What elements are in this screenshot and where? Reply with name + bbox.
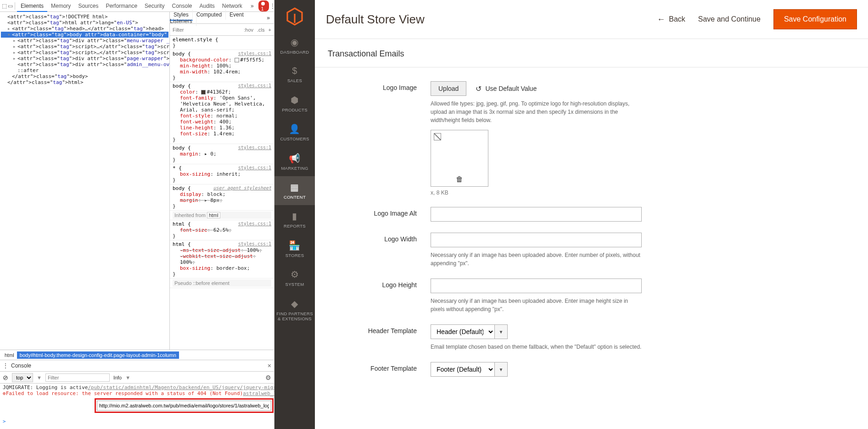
console-settings-icon[interactable]: ⚙ [265,374,271,381]
nav-icon: ▮ [276,211,313,222]
header-template-hint: Email template chosen based on theme fal… [431,343,642,351]
label-logo-width: Logo Width [328,233,431,267]
sidebar-item-dashboard[interactable]: ◉DASHBOARD [274,31,315,60]
sidebar-item-reports[interactable]: ▮REPORTS [274,205,315,234]
save-continue-button[interactable]: Save and Continue [698,15,761,23]
logo-alt-input[interactable] [431,207,642,222]
use-default-value[interactable]: ↺ Use Default Value [476,84,537,93]
label-footer-template: Footer Template [328,362,431,377]
devtools-tab-performance[interactable]: Performance [102,1,141,11]
logo-width-input[interactable] [431,233,642,247]
dom-line[interactable]: ▸<attr">class="tag">script>…</attr">clas… [1,44,168,50]
console-close-icon[interactable]: × [268,362,271,369]
dom-line[interactable]: ::after [1,67,168,73]
chevron-down-icon: ▼ [495,324,508,339]
nav-icon: ▦ [276,182,313,193]
sidebar-item-customers[interactable]: 👤CUSTOMERS [274,118,315,147]
devtools-tab-memory[interactable]: Memory [47,1,74,11]
label-logo-height: Logo Height [328,279,431,313]
console-drawer-label: Console [11,362,31,369]
devtools-tab-elements[interactable]: Elements [17,1,47,12]
magento-logo-icon[interactable] [286,7,304,26]
console-level-label[interactable]: Info [113,375,122,380]
css-rule[interactable]: styles.css:1* {box-sizing: inherit;} [170,164,274,184]
dom-line[interactable]: ▸<attr">class="tag">script>…</attr">clas… [1,50,168,56]
dom-line[interactable]: <attr">class="tag">!DOCTYPE html> [1,14,168,20]
console-context-select[interactable]: top [12,373,33,382]
dom-line[interactable]: ▸<attr">class="tag">head>…</attr">class=… [1,26,168,32]
devtools-tab-sources[interactable]: Sources [74,1,102,11]
dom-tree[interactable]: <attr">class="tag">!DOCTYPE html><attr">… [0,12,170,350]
upload-button[interactable]: Upload [431,81,466,96]
css-rule[interactable]: Inherited from html [170,211,274,220]
logo-height-hint: Necessary only if an image has been uplo… [431,297,642,313]
nav-icon: ◉ [276,37,313,48]
sidebar-item-stores[interactable]: 🏪STORES [274,234,315,263]
dom-line[interactable]: ▸<attr">class="tag">div attr">class="pag… [1,56,168,61]
header-template-select[interactable]: Header (Default) [431,324,495,339]
dom-line[interactable]: </attr">class="tag">html> [1,79,168,85]
label-header-template: Header Template [328,324,431,351]
page-title: Default Store View [326,12,425,27]
styles-panel: StylesComputedEvent Listeners » :hov .cl… [170,12,274,350]
breadcrumb-body[interactable]: body#html-body.theme-design-config-edit.… [17,351,179,359]
console-menu-icon[interactable]: ⋮ [3,362,8,369]
dom-line[interactable]: ▸<attr">class="tag">div attr">class="men… [1,38,168,44]
devtools-tab-security[interactable]: Security [141,1,168,11]
css-rule[interactable]: user agent stylesheetbody {display: bloc… [170,184,274,211]
console-prompt[interactable]: > [3,418,271,424]
inspect-icon[interactable]: ⬚ [2,1,7,11]
main-content: Default Store View ← Back Save and Conti… [315,0,868,429]
nav-icon: ◆ [276,298,313,309]
undo-icon: ↺ [476,84,482,93]
back-button[interactable]: ← Back [657,15,685,24]
css-rule[interactable]: styles.css:1body {background-color: #f5f… [170,50,274,82]
footer-template-select[interactable]: Footer (Default) [431,362,495,377]
error-count-badge[interactable]: 1 [258,0,269,11]
url-highlight-annotation [95,398,274,413]
sidebar-item-content[interactable]: ▦CONTENT [274,176,315,205]
device-icon[interactable]: ▭ [8,1,13,11]
styles-tabs-more[interactable]: » [263,13,274,23]
dom-line[interactable]: <attr">class="tag">html attr">lang="en-U… [1,20,168,26]
nav-icon: 👤 [276,123,313,134]
dom-line[interactable]: <attr">class="tag">div attr">class="admi… [1,61,168,67]
breadcrumb-html[interactable]: html [2,351,17,359]
label-logo-alt: Logo Image Alt [328,207,431,222]
sidebar-item-system[interactable]: ⚙SYSTEM [274,263,315,292]
logo-image-hint: Allowed file types: jpg, jpeg, gif, png.… [431,100,642,124]
hov-toggle[interactable]: :hov [244,27,253,33]
dom-breadcrumb: html body#html-body.theme-design-config-… [0,350,274,360]
section-transactional-emails[interactable]: Transactional Emails [315,39,868,67]
broken-image-icon [434,133,441,140]
dom-line[interactable]: </attr">class="tag">body> [1,73,168,79]
logo-image-preview: 🗑 [431,130,488,187]
styles-tab-computed[interactable]: Computed [193,10,226,20]
nav-icon: 🏪 [276,240,313,251]
logo-height-input[interactable] [431,279,642,293]
logo-url-field[interactable] [97,401,271,411]
delete-image-icon[interactable]: 🗑 [456,175,463,184]
console-filter-input[interactable] [45,373,110,382]
save-configuration-button[interactable]: Save Configuration [773,9,857,29]
css-rule[interactable]: styles.css:1html {-ms-text-size-adjust: … [170,240,274,279]
css-rule[interactable]: element.style {} [170,36,274,50]
css-rule[interactable]: styles.css:1html {font-size: 62.5%;} [170,220,274,240]
console-log-line: JQMIGRATE: Logging is active/pub/static/… [3,384,271,390]
logo-filesize: x, 8 KB [431,189,642,196]
devtools-tabs-more[interactable]: » [247,1,258,11]
dom-line[interactable]: ▾<attr">class="tag">body attr">data-cont… [1,32,168,38]
clear-console-icon[interactable]: ⊘ [3,374,8,381]
sidebar-item-marketing[interactable]: 📢MARKETING [274,147,315,176]
sidebar-item-find[interactable]: ◆FIND PARTNERS & EXTENSIONS [274,293,315,327]
page-header: Default Store View ← Back Save and Conti… [315,0,868,39]
sidebar-item-products[interactable]: ⬢PRODUCTS [274,89,315,118]
sidebar-item-sales[interactable]: $SALES [274,60,315,89]
css-rule[interactable]: styles.css:1body {color: #41362f;font-fa… [170,82,274,144]
cls-toggle[interactable]: .cls [257,27,265,33]
add-rule-icon[interactable]: + [269,27,271,33]
console-log-line: ⊗ Failed to load resource: the server re… [3,390,271,396]
styles-filter-input[interactable] [173,27,240,33]
css-rule[interactable]: styles.css:1body {margin: ▸ 0;} [170,144,274,164]
css-rules[interactable]: element.style {}styles.css:1body {backgr… [170,36,274,350]
